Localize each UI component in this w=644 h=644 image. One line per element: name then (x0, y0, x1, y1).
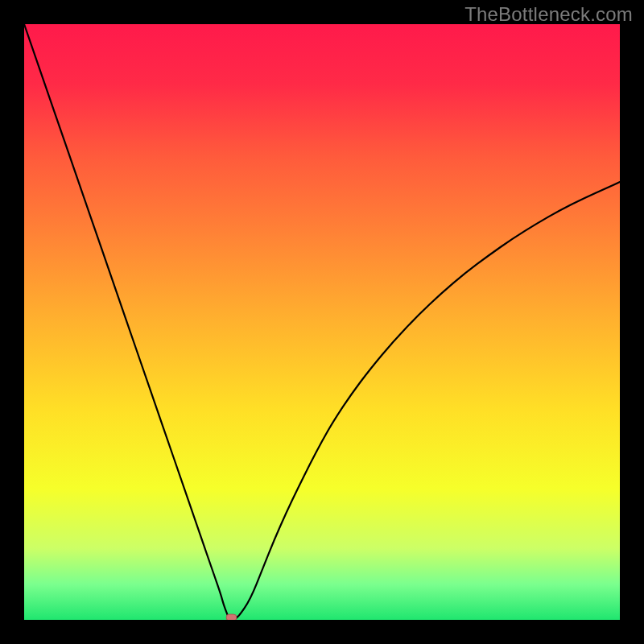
chart-container: TheBottleneck.com (0, 0, 644, 644)
chart-svg (24, 24, 620, 620)
watermark-text: TheBottleneck.com (464, 3, 633, 26)
gradient-background (24, 24, 620, 620)
svg-rect-0 (226, 614, 237, 620)
plot-area (24, 24, 620, 620)
optimum-marker (226, 614, 237, 620)
